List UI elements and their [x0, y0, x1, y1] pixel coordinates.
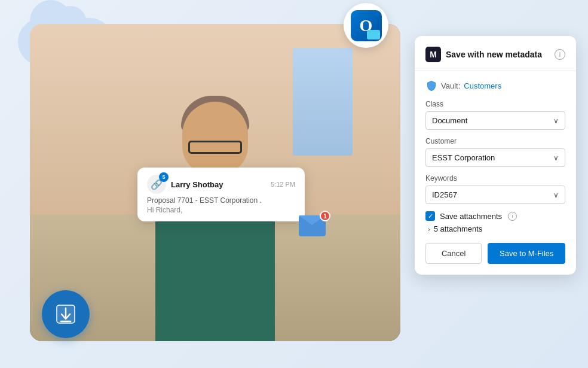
customer-field-label: Customer	[425, 137, 565, 145]
email-sender: Larry Shotbay	[171, 180, 223, 189]
attachments-count-label: 5 attachments	[434, 224, 483, 233]
m-files-logo: M	[425, 47, 441, 62]
attachment-icon: 🔗 5	[147, 175, 166, 194]
customer-select[interactable]: ESST Corporation ∨	[425, 148, 565, 167]
mail-icon-float: 1	[299, 215, 326, 238]
class-field-label: Class	[425, 100, 565, 108]
vault-link[interactable]: Customers	[464, 81, 501, 90]
attachment-badge: 5	[159, 172, 169, 182]
panel-header: M Save with new metadata i	[425, 47, 565, 62]
class-value: Document	[432, 116, 467, 125]
customer-value: ESST Corporation	[432, 153, 495, 162]
panel-title: Save with new metadata	[446, 50, 550, 59]
class-select[interactable]: Document ∨	[425, 111, 565, 130]
save-to-mfiles-button[interactable]: Save to M-Files	[488, 243, 565, 264]
vault-label: Vault:	[441, 81, 460, 90]
keywords-value: ID2567	[432, 190, 457, 199]
download-icon	[54, 302, 78, 326]
email-subject: Proposal 7701 - ESST Corporation .	[147, 196, 295, 205]
email-time: 5:12 PM	[271, 181, 295, 188]
divider	[415, 71, 576, 71]
attachments-expand-row[interactable]: › 5 attachments	[425, 224, 565, 233]
class-chevron-icon: ∨	[553, 117, 559, 125]
save-attachments-label: Save attachments	[440, 212, 502, 221]
scene: O 🔗 5 Larry Shotbay 5:12 PM Proposal 770…	[0, 0, 588, 368]
outlook-icon: O	[344, 3, 388, 48]
save-attachments-row: ✓ Save attachments i	[425, 211, 565, 221]
vault-row: Vault: Customers	[425, 80, 565, 92]
keywords-chevron-icon: ∨	[553, 191, 559, 199]
save-metadata-panel: M Save with new metadata i Vault: Custom…	[415, 36, 576, 275]
action-buttons: Cancel Save to M-Files	[425, 243, 565, 264]
email-preview: Hi Richard,	[147, 206, 295, 214]
save-attachments-checkbox[interactable]: ✓	[425, 211, 435, 221]
cancel-button[interactable]: Cancel	[425, 243, 482, 264]
panel-info-icon[interactable]: i	[555, 49, 565, 60]
keywords-select[interactable]: ID2567 ∨	[425, 185, 565, 204]
attachments-chevron-icon: ›	[428, 226, 430, 233]
mail-badge: 1	[320, 211, 330, 221]
keywords-field-label: Keywords	[425, 174, 565, 183]
save-attachments-info-icon[interactable]: i	[508, 212, 517, 221]
download-icon-circle[interactable]	[42, 290, 90, 338]
vault-shield-icon	[425, 80, 437, 92]
customer-chevron-icon: ∨	[553, 154, 559, 162]
email-notification-bubble[interactable]: 🔗 5 Larry Shotbay 5:12 PM Proposal 7701 …	[137, 168, 305, 221]
